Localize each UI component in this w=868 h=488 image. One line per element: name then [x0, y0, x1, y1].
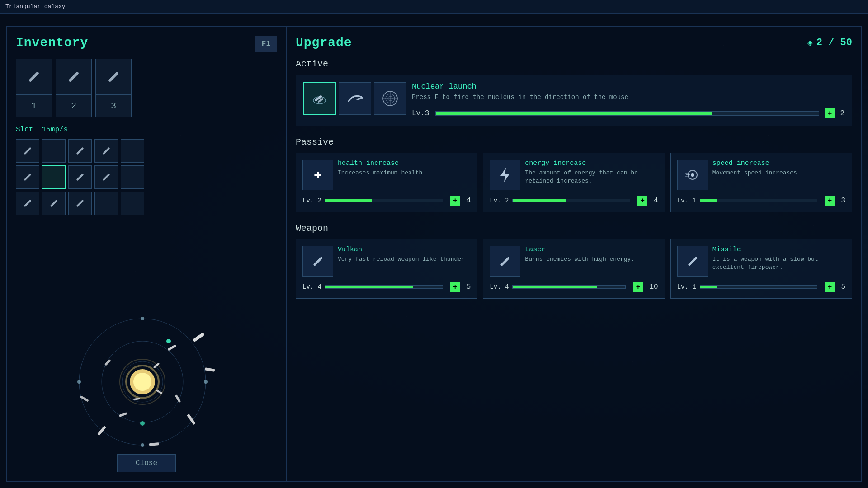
weapon-slot-2[interactable] — [56, 59, 92, 95]
laser-icon-box[interactable] — [490, 246, 520, 277]
slot-number-3[interactable]: 3 — [95, 95, 132, 117]
energy-level: Lv. 2 — [490, 197, 509, 204]
speed-icon-box[interactable] — [677, 160, 708, 190]
small-slot-2-4[interactable] — [94, 165, 118, 189]
small-slot-2-2[interactable] — [42, 165, 66, 189]
missile-name: Missile — [712, 246, 845, 253]
small-slot-icon — [103, 174, 110, 181]
currency-value: 2 / 50 — [816, 37, 852, 48]
active-upgrade-button[interactable]: + — [825, 108, 835, 118]
small-slot-1-2[interactable] — [42, 139, 66, 163]
active-icon-3[interactable] — [374, 82, 406, 115]
energy-icon-box[interactable] — [490, 160, 520, 190]
small-slot-icon — [24, 174, 32, 181]
small-slots-row-3 — [16, 192, 277, 215]
weapon-icon-3 — [108, 71, 119, 82]
energy-name: energy increase — [525, 160, 658, 167]
laser-desc: Burns enemies with high energy. — [525, 255, 634, 263]
close-button[interactable]: Close — [117, 454, 176, 472]
missile-cost: 5 — [841, 283, 845, 291]
active-section-header: Active — [296, 59, 852, 69]
f1-badge[interactable]: F1 — [255, 36, 277, 52]
missile-progress — [700, 285, 818, 289]
laser-upgrade-button[interactable]: + — [633, 282, 643, 292]
speed-progress — [700, 199, 818, 202]
speed-level-row: Lv. 1 + 3 — [677, 196, 845, 206]
energy-desc: The amount of energy that can be retaine… — [525, 169, 658, 185]
small-slots-row-1 — [16, 139, 277, 163]
weapon-slot-3[interactable] — [95, 59, 132, 95]
weapon-slot-1[interactable] — [16, 59, 52, 95]
svg-rect-13 — [193, 333, 205, 343]
slot-label: Slot 15mp/s — [16, 126, 277, 134]
svg-point-12 — [140, 421, 145, 426]
svg-rect-19 — [167, 344, 176, 351]
missile-icon-box[interactable] — [677, 246, 708, 277]
health-progress — [325, 199, 443, 202]
svg-rect-21 — [119, 412, 127, 417]
orbital-diagram — [70, 310, 215, 454]
inventory-title: Inventory — [16, 36, 277, 50]
missile-progress-fill — [700, 286, 718, 288]
vulkan-progress-fill — [326, 286, 413, 288]
slot-number-1[interactable]: 1 — [16, 95, 52, 117]
health-desc: Increases maximum health. — [338, 169, 426, 177]
svg-rect-41 — [313, 256, 323, 266]
small-slot-icon — [76, 147, 84, 155]
health-icon-box[interactable]: ✚ — [302, 160, 333, 190]
svg-rect-23 — [153, 362, 160, 368]
speed-progress-fill — [700, 199, 718, 202]
weapon-grid: Vulkan Very fast reload weapon like thun… — [296, 239, 852, 299]
vulkan-icon-box[interactable] — [302, 246, 333, 277]
vulkan-cost: 5 — [467, 283, 471, 291]
speed-upgrade-button[interactable]: + — [825, 196, 835, 206]
svg-rect-42 — [500, 256, 510, 266]
small-slot-3-4[interactable] — [94, 192, 118, 215]
svg-point-37 — [691, 173, 694, 177]
svg-point-8 — [204, 380, 208, 384]
upgrade-title: Upgrade — [296, 36, 352, 50]
small-slot-3-3[interactable] — [68, 192, 92, 215]
health-upgrade-button[interactable]: + — [450, 196, 460, 206]
inventory-panel: Inventory F1 1 2 3 Slot 15mp/s — [6, 26, 287, 482]
vulkan-upgrade-button[interactable]: + — [450, 282, 460, 292]
energy-upgrade-button[interactable]: + — [637, 196, 647, 206]
svg-point-10 — [77, 380, 81, 384]
weapon-section-header: Weapon — [296, 223, 852, 234]
active-icons — [303, 82, 406, 118]
small-slot-2-3[interactable] — [68, 165, 92, 189]
laser-progress-fill — [513, 286, 597, 288]
small-slot-1-4[interactable] — [94, 139, 118, 163]
vulkan-progress — [325, 285, 443, 289]
svg-rect-24 — [156, 389, 163, 394]
active-icon-1[interactable] — [303, 82, 336, 115]
svg-point-7 — [141, 317, 144, 320]
small-slot-2-5[interactable] — [121, 165, 144, 189]
missile-desc: It is a weapon with a slow but excellent… — [712, 255, 845, 272]
svg-rect-43 — [688, 256, 698, 266]
small-slot-2-1[interactable] — [16, 165, 39, 189]
small-slot-3-1[interactable] — [16, 192, 39, 215]
small-slot-icon — [24, 200, 32, 207]
svg-rect-29 — [356, 96, 363, 100]
laser-progress — [512, 285, 626, 289]
small-slot-1-1[interactable] — [16, 139, 39, 163]
speed-desc: Movement speed increases. — [712, 169, 801, 177]
small-slot-icon — [76, 174, 84, 181]
slot-number-2[interactable]: 2 — [56, 95, 92, 117]
weapon-card-missile: Missile It is a weapon with a slow but e… — [670, 239, 852, 299]
passive-card-health: ✚ health increase Increases maximum heal… — [296, 153, 477, 212]
window-title: Triangular galaxy — [5, 3, 66, 10]
svg-rect-14 — [205, 367, 215, 372]
small-slot-3-5[interactable] — [121, 192, 144, 215]
missile-upgrade-button[interactable]: + — [825, 282, 835, 292]
small-slot-3-2[interactable] — [42, 192, 66, 215]
vulkan-desc: Very fast reload weapon like thunder — [338, 255, 465, 263]
active-icon-2[interactable] — [339, 82, 371, 115]
health-progress-fill — [326, 199, 372, 202]
small-slot-1-3[interactable] — [68, 139, 92, 163]
active-progress-bar — [435, 111, 819, 116]
small-slot-1-5[interactable] — [121, 139, 144, 163]
health-icon: ✚ — [314, 168, 322, 182]
speed-cost: 3 — [841, 197, 845, 205]
